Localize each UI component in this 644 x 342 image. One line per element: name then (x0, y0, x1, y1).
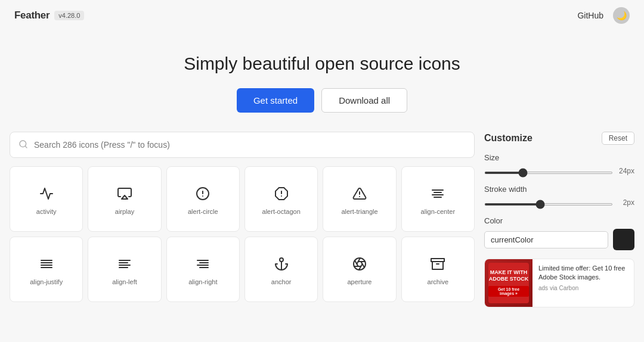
activity-icon (39, 186, 54, 201)
icon-label: airplay (115, 208, 134, 215)
brand-name: Feather (14, 10, 49, 21)
icon-label: aperture (348, 278, 372, 285)
icon-label: align-left (112, 278, 137, 285)
navbar-right: GitHub 🌙 (577, 7, 630, 24)
size-control: Size 24px (484, 153, 634, 176)
search-input[interactable] (34, 140, 466, 150)
ad-image-inner: MAKE IT WITHADOBE STOCK Get 10 free imag… (488, 263, 529, 303)
stroke-slider-row: 2px (484, 197, 634, 208)
align-center-icon (431, 186, 445, 201)
icons-panel: activity airplay alert-circle (10, 132, 475, 307)
ad-source: ads via Carbon (538, 285, 628, 291)
version-badge: v4.28.0 (54, 11, 84, 20)
hero-title: Simply beautiful open source icons (12, 54, 632, 74)
archive-icon (431, 257, 445, 271)
icon-label: align-right (188, 278, 217, 285)
icon-card-align-justify[interactable]: align-justify (10, 237, 83, 302)
icon-label: activity (36, 208, 57, 215)
svg-marker-2 (122, 195, 128, 199)
stroke-control: Stroke width 2px (484, 185, 634, 208)
download-all-button[interactable]: Download all (321, 88, 407, 113)
icon-grid: activity airplay alert-circle (10, 166, 475, 302)
github-link[interactable]: GitHub (577, 11, 603, 20)
get-started-button[interactable]: Get started (237, 88, 314, 113)
icon-label: anchor (271, 278, 292, 285)
navbar-left: Feather v4.28.0 (14, 10, 84, 21)
navbar: Feather v4.28.0 GitHub 🌙 (0, 0, 644, 31)
color-swatch[interactable] (613, 229, 634, 250)
icon-card-align-right[interactable]: align-right (166, 237, 240, 302)
ad-image: MAKE IT WITHADOBE STOCK Get 10 free imag… (485, 259, 532, 307)
icon-card-alert-octagon[interactable]: alert-octagon (244, 166, 318, 232)
size-slider-wrap (484, 166, 613, 176)
stroke-slider[interactable] (484, 203, 613, 206)
alert-triangle-icon (352, 186, 367, 201)
anchor-icon (274, 257, 289, 271)
icon-card-activity[interactable]: activity (10, 166, 83, 232)
icon-card-aperture[interactable]: aperture (323, 237, 396, 302)
icon-label: alert-circle (188, 208, 218, 215)
icon-card-alert-circle[interactable]: alert-circle (166, 166, 240, 232)
theme-toggle-button[interactable]: 🌙 (613, 7, 630, 24)
color-label: Color (484, 216, 634, 225)
icon-card-align-left[interactable]: align-left (88, 237, 161, 302)
customize-title: Customize (484, 133, 532, 144)
alert-octagon-icon (274, 186, 289, 201)
icon-card-alert-triangle[interactable]: alert-triangle (323, 166, 396, 232)
ad-banner: MAKE IT WITHADOBE STOCK Get 10 free imag… (484, 259, 634, 307)
airplay-icon (117, 186, 132, 201)
sidebar: Customize Reset Size 24px Stroke width 2… (484, 132, 634, 307)
search-bar[interactable] (10, 132, 475, 158)
size-slider[interactable] (484, 172, 613, 174)
size-slider-row: 24px (484, 166, 634, 176)
icon-label: alert-triangle (341, 208, 377, 215)
stroke-value: 2px (618, 198, 634, 207)
align-justify-icon (39, 257, 54, 271)
stroke-slider-wrap (484, 197, 613, 208)
color-input[interactable] (484, 231, 608, 248)
aperture-icon (352, 257, 367, 271)
color-control: Color (484, 216, 634, 250)
hero-section: Simply beautiful open source icons Get s… (0, 31, 644, 132)
icon-label: align-center (421, 208, 455, 215)
icon-label: archive (428, 278, 448, 285)
ad-text: Limited time offer: Get 10 free Adobe St… (538, 264, 628, 282)
icon-card-align-center[interactable]: align-center (401, 166, 475, 232)
size-label: Size (484, 153, 634, 162)
svg-rect-36 (431, 259, 444, 262)
size-value: 24px (618, 167, 634, 175)
svg-line-1 (25, 146, 27, 148)
ad-content: Limited time offer: Get 10 free Adobe St… (532, 259, 634, 307)
reset-button[interactable]: Reset (602, 132, 634, 145)
align-right-icon (196, 257, 210, 271)
icon-label: alert-octagon (262, 208, 301, 215)
alert-circle-icon (196, 186, 210, 201)
customize-header: Customize Reset (484, 132, 634, 145)
icon-card-anchor[interactable]: anchor (244, 237, 318, 302)
stroke-label: Stroke width (484, 185, 634, 194)
color-row (484, 229, 634, 250)
align-left-icon (117, 257, 132, 271)
search-icon (18, 139, 28, 151)
icon-card-archive[interactable]: archive (401, 237, 475, 302)
icon-card-airplay[interactable]: airplay (88, 166, 161, 232)
hero-buttons: Get started Download all (12, 88, 632, 113)
content-area: activity airplay alert-circle (0, 132, 644, 307)
icon-label: align-justify (30, 278, 63, 285)
